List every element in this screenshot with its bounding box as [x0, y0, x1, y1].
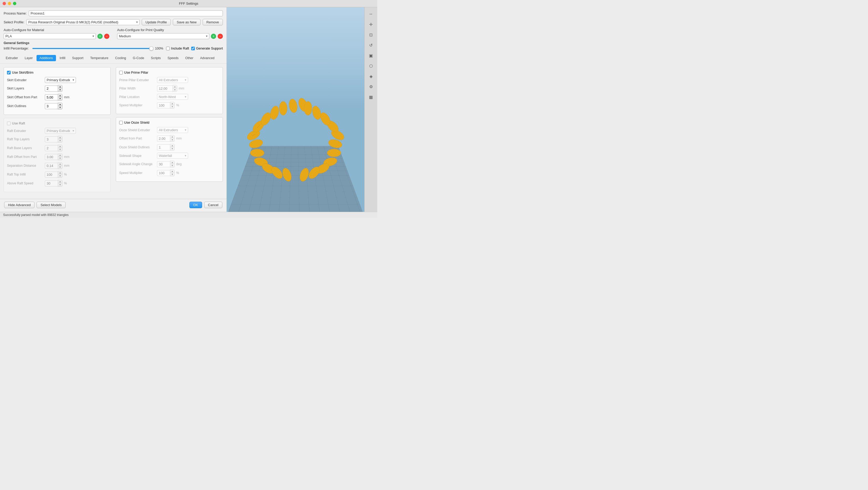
- raft-base-layers-down[interactable]: ▼: [58, 148, 62, 151]
- raft-offset-row: Raft Offset from Part ▲ ▼ mm: [7, 153, 107, 160]
- raft-top-infill-up[interactable]: ▲: [58, 171, 62, 174]
- use-skirt-brim-checkbox[interactable]: [7, 71, 11, 75]
- tab-support[interactable]: Support: [69, 55, 87, 61]
- separation-distance-down[interactable]: ▼: [58, 166, 62, 169]
- ooze-offset-up[interactable]: ▲: [170, 135, 175, 139]
- ooze-outlines-input[interactable]: [157, 144, 170, 150]
- quality-remove-button[interactable]: −: [218, 34, 223, 39]
- ooze-speed-down[interactable]: ▼: [170, 173, 175, 176]
- skirt-layers-down[interactable]: ▼: [58, 88, 62, 91]
- tab-advanced[interactable]: Advanced: [197, 55, 218, 61]
- skirt-offset-input[interactable]: [45, 94, 58, 100]
- tab-speeds[interactable]: Speeds: [164, 55, 182, 61]
- quality-select[interactable]: Medium: [117, 33, 209, 39]
- maximize-button[interactable]: [13, 2, 16, 5]
- above-raft-speed-down[interactable]: ▼: [58, 183, 62, 186]
- use-ooze-shield-checkbox[interactable]: [119, 121, 123, 124]
- ooze-extruder-select[interactable]: All Extruders: [157, 127, 188, 133]
- pillar-width-down[interactable]: ▼: [173, 88, 177, 91]
- tab-temperature[interactable]: Temperature: [87, 55, 112, 61]
- close-button[interactable]: [3, 2, 6, 5]
- quality-add-button[interactable]: +: [211, 34, 216, 39]
- infill-slider-thumb[interactable]: [149, 47, 153, 51]
- ooze-speed-up[interactable]: ▲: [170, 170, 175, 173]
- raft-offset-up[interactable]: ▲: [58, 154, 62, 157]
- minimize-button[interactable]: [8, 2, 11, 5]
- above-raft-speed-input[interactable]: [45, 180, 58, 186]
- raft-top-layers-up[interactable]: ▲: [58, 136, 62, 139]
- raft-offset-down[interactable]: ▼: [58, 157, 62, 160]
- save-as-new-button[interactable]: Save as New: [173, 19, 200, 25]
- tab-additions[interactable]: Additions: [36, 55, 56, 61]
- ooze-speed-input[interactable]: [157, 170, 170, 176]
- material-remove-button[interactable]: −: [104, 34, 109, 39]
- pillar-width-input[interactable]: [157, 86, 173, 91]
- separation-distance-up[interactable]: ▲: [58, 163, 62, 166]
- above-raft-speed-up[interactable]: ▲: [58, 180, 62, 183]
- skirt-offset-up[interactable]: ▲: [58, 94, 62, 97]
- raft-top-layers-input[interactable]: [45, 136, 58, 142]
- use-raft-checkbox[interactable]: [7, 122, 11, 125]
- sidebar-arrow-icon[interactable]: ↔: [366, 9, 376, 19]
- sidebar-layers-icon[interactable]: ▣: [366, 51, 376, 60]
- raft-top-infill-down[interactable]: ▼: [58, 174, 62, 178]
- raft-top-layers-down[interactable]: ▼: [58, 139, 62, 142]
- pillar-speed-input[interactable]: [157, 103, 170, 108]
- ooze-outlines-up[interactable]: ▲: [170, 144, 175, 147]
- ooze-outlines-down[interactable]: ▼: [170, 147, 175, 150]
- material-select[interactable]: PLA: [4, 33, 96, 39]
- skirt-offset-down[interactable]: ▼: [58, 97, 62, 100]
- generate-support-checkbox[interactable]: [191, 47, 195, 50]
- sidebar-rotate-icon[interactable]: ↺: [366, 40, 376, 50]
- skirt-outlines-up[interactable]: ▲: [58, 103, 62, 106]
- skirt-layers-input[interactable]: [45, 86, 58, 91]
- tab-cooling[interactable]: Cooling: [112, 55, 129, 61]
- cancel-button[interactable]: Cancel: [204, 202, 222, 208]
- skirt-extruder-select[interactable]: Primary Extruder: [45, 77, 76, 83]
- pillar-width-up[interactable]: ▲: [173, 85, 177, 88]
- process-name-input[interactable]: [29, 10, 223, 16]
- raft-extruder-select[interactable]: Primary Extruder: [45, 128, 76, 134]
- update-profile-button[interactable]: Update Profile: [142, 19, 171, 25]
- remove-button[interactable]: Remove: [203, 19, 223, 25]
- skirt-layers-up[interactable]: ▲: [58, 85, 62, 88]
- use-prime-pillar-checkbox[interactable]: [119, 71, 123, 75]
- tab-infill[interactable]: Infill: [57, 55, 68, 61]
- pillar-speed-up[interactable]: ▲: [170, 102, 175, 105]
- pillar-speed-down[interactable]: ▼: [170, 105, 175, 108]
- tab-gcode[interactable]: G-Code: [130, 55, 148, 61]
- sidebar-3d-icon[interactable]: ⬡: [366, 61, 376, 70]
- sidewall-angle-down[interactable]: ▼: [170, 164, 175, 167]
- tab-layer[interactable]: Layer: [22, 55, 36, 61]
- raft-offset-input[interactable]: [45, 154, 58, 160]
- skirt-outlines-down[interactable]: ▼: [58, 106, 62, 109]
- sidebar-crosshair-icon[interactable]: ✛: [366, 20, 376, 29]
- skirt-outlines-input[interactable]: [45, 103, 58, 109]
- separation-distance-input[interactable]: [45, 163, 58, 169]
- prime-pillar-extruder-select[interactable]: All Extruders: [157, 77, 188, 83]
- profile-select[interactable]: Prusa Research Original Prusa i3 MK3(2) …: [26, 19, 140, 25]
- window-controls[interactable]: [3, 2, 16, 5]
- raft-base-layers-up[interactable]: ▲: [58, 145, 62, 148]
- sidewall-angle-up[interactable]: ▲: [170, 161, 175, 164]
- select-models-button[interactable]: Select Models: [36, 202, 66, 208]
- sidewall-shape-select[interactable]: Waterfall: [157, 153, 188, 158]
- viewport[interactable]: [227, 7, 364, 212]
- sidebar-grid-icon[interactable]: ▦: [366, 92, 376, 102]
- tab-scripts[interactable]: Scripts: [148, 55, 164, 61]
- sidewall-angle-input[interactable]: [157, 161, 170, 167]
- ok-button[interactable]: OK: [189, 202, 202, 208]
- include-raft-checkbox[interactable]: [166, 47, 170, 50]
- tab-other[interactable]: Other: [182, 55, 196, 61]
- sidebar-axes-icon[interactable]: ◈: [366, 71, 376, 81]
- hide-advanced-button[interactable]: Hide Advanced: [4, 202, 34, 208]
- raft-top-infill-input[interactable]: [45, 172, 58, 178]
- sidebar-settings-icon[interactable]: ⚙: [366, 82, 376, 91]
- material-add-button[interactable]: +: [97, 34, 103, 39]
- sidebar-view-icon[interactable]: ⊡: [366, 30, 376, 39]
- pillar-location-select[interactable]: North-West: [157, 94, 188, 100]
- ooze-offset-down[interactable]: ▼: [170, 139, 175, 142]
- tab-extruder[interactable]: Extruder: [3, 55, 21, 61]
- ooze-offset-input[interactable]: [157, 136, 170, 142]
- raft-base-layers-input[interactable]: [45, 145, 58, 151]
